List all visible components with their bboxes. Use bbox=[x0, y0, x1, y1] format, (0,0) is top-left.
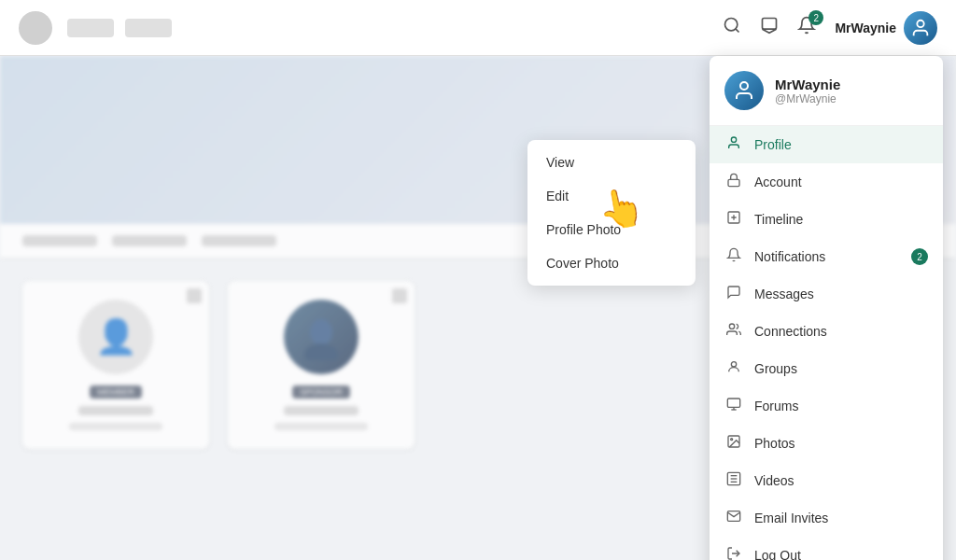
notification-badge: 2 bbox=[808, 10, 823, 25]
messages-label: Messages bbox=[754, 287, 928, 301]
person-icon-1: 👤 bbox=[95, 317, 137, 357]
user-menu-trigger[interactable]: MrWaynie bbox=[835, 11, 937, 45]
header-left bbox=[19, 11, 172, 45]
svg-point-3 bbox=[917, 20, 923, 26]
timeline-label: Timeline bbox=[754, 212, 928, 227]
photos-icon bbox=[724, 434, 743, 453]
dropdown-item-messages[interactable]: Messages bbox=[710, 275, 943, 313]
dropdown-item-videos[interactable]: Videos bbox=[710, 462, 943, 499]
svg-rect-2 bbox=[763, 19, 777, 30]
context-item-edit[interactable]: Edit bbox=[527, 179, 696, 213]
groups-label: Groups bbox=[754, 361, 928, 376]
svg-point-0 bbox=[725, 19, 738, 31]
logout-label: Log Out bbox=[754, 548, 928, 560]
site-logo bbox=[19, 11, 52, 45]
notifications-icon[interactable]: 2 bbox=[797, 16, 816, 39]
notifications-count-badge: 2 bbox=[911, 248, 928, 265]
context-item-profile-photo[interactable]: Profile Photo bbox=[527, 213, 696, 246]
svg-point-18 bbox=[731, 439, 733, 441]
forums-icon bbox=[724, 397, 743, 415]
card-time-2 bbox=[274, 423, 368, 430]
email-invites-icon bbox=[724, 509, 743, 527]
pi-placeholder-2 bbox=[112, 235, 187, 246]
dropdown-header: MrWaynie @MrWaynie bbox=[710, 56, 943, 126]
header: 2 MrWaynie bbox=[0, 0, 956, 56]
context-item-cover-photo[interactable]: Cover Photo bbox=[527, 246, 696, 280]
videos-label: Videos bbox=[754, 473, 928, 488]
dropdown-item-timeline[interactable]: Timeline bbox=[710, 201, 943, 238]
dropdown-item-connections[interactable]: Connections bbox=[710, 313, 943, 350]
messages-menu-icon bbox=[724, 285, 743, 303]
member-card-2: SPONSOR bbox=[228, 281, 415, 449]
svg-point-13 bbox=[731, 362, 736, 367]
card-badge-1: MEMBER bbox=[90, 385, 142, 399]
dropdown-item-groups[interactable]: Groups bbox=[710, 350, 943, 387]
logout-icon bbox=[724, 546, 743, 560]
card-name-1 bbox=[78, 406, 153, 415]
header-username: MrWaynie bbox=[835, 21, 896, 35]
connections-icon bbox=[724, 322, 743, 341]
member-card-1: 👤 MEMBER bbox=[22, 281, 209, 449]
pi-placeholder-3 bbox=[202, 235, 276, 246]
dropdown-user-info: MrWaynie @MrWaynie bbox=[775, 77, 840, 105]
email-invites-label: Email Invites bbox=[754, 511, 928, 525]
nav-item-1[interactable] bbox=[67, 19, 114, 37]
svg-rect-14 bbox=[727, 399, 739, 407]
dropdown-username: MrWaynie bbox=[775, 77, 840, 92]
videos-icon bbox=[724, 471, 743, 490]
notifications-label: Notifications bbox=[754, 249, 900, 264]
svg-point-12 bbox=[729, 324, 734, 329]
svg-point-6 bbox=[740, 82, 748, 90]
forums-label: Forums bbox=[754, 399, 928, 413]
connections-label: Connections bbox=[754, 324, 928, 339]
card-avatar-1: 👤 bbox=[78, 300, 153, 374]
header-nav bbox=[67, 19, 172, 37]
svg-point-7 bbox=[731, 137, 736, 142]
dropdown-item-notifications[interactable]: Notifications 2 bbox=[710, 238, 943, 275]
account-label: Account bbox=[754, 175, 928, 189]
pi-placeholder-1 bbox=[22, 235, 97, 246]
dropdown-item-logout[interactable]: Log Out bbox=[710, 537, 943, 560]
photos-label: Photos bbox=[754, 436, 928, 451]
nav-item-2[interactable] bbox=[125, 19, 172, 37]
groups-icon bbox=[724, 359, 743, 378]
dropdown-item-email-invites[interactable]: Email Invites bbox=[710, 499, 943, 537]
messages-icon[interactable] bbox=[760, 16, 779, 39]
context-dropdown: View Edit Profile Photo Cover Photo bbox=[527, 140, 696, 286]
svg-rect-8 bbox=[728, 179, 739, 186]
profile-label: Profile bbox=[754, 137, 928, 152]
card-avatar-2 bbox=[284, 300, 358, 374]
dropdown-item-photos[interactable]: Photos bbox=[710, 425, 943, 462]
svg-point-4 bbox=[310, 319, 332, 345]
search-icon[interactable] bbox=[723, 16, 741, 39]
timeline-icon bbox=[724, 210, 743, 229]
profile-icon bbox=[724, 135, 743, 154]
card-menu-2 bbox=[392, 288, 407, 303]
user-dropdown: MrWaynie @MrWaynie Profile Account Timel… bbox=[710, 56, 943, 560]
dropdown-item-account[interactable]: Account bbox=[710, 163, 943, 201]
dropdown-item-forums[interactable]: Forums bbox=[710, 387, 943, 425]
notifications-menu-icon bbox=[724, 247, 743, 266]
header-right: 2 MrWaynie bbox=[723, 11, 937, 45]
card-badge-2: SPONSOR bbox=[292, 385, 349, 399]
dropdown-item-profile[interactable]: Profile bbox=[710, 126, 943, 163]
svg-line-1 bbox=[736, 29, 739, 33]
card-menu-1 bbox=[187, 288, 202, 303]
header-avatar bbox=[904, 11, 937, 45]
context-item-view[interactable]: View bbox=[527, 146, 696, 179]
dropdown-handle: @MrWaynie bbox=[775, 92, 840, 105]
account-icon bbox=[724, 173, 743, 191]
card-time-1 bbox=[69, 423, 162, 430]
dropdown-avatar bbox=[724, 71, 764, 110]
card-name-2 bbox=[284, 406, 358, 415]
svg-point-5 bbox=[304, 343, 338, 360]
